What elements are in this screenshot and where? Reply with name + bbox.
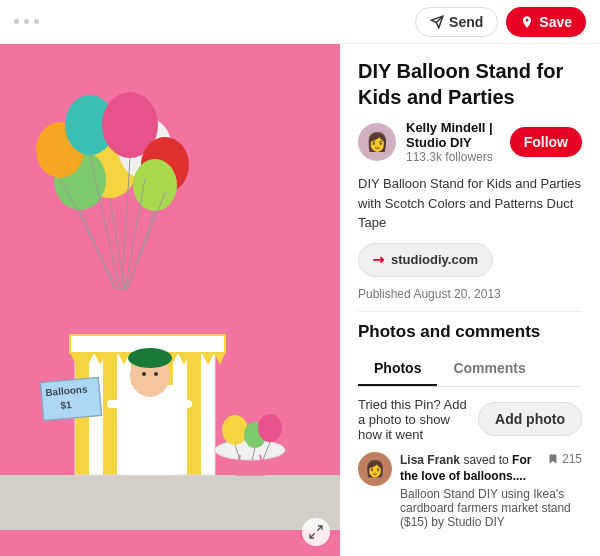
tab-comments[interactable]: Comments: [437, 352, 541, 386]
top-bar: Send Save: [0, 0, 600, 44]
save-label: Save: [539, 14, 572, 30]
scene-svg: Balloons $1: [0, 44, 340, 556]
save-button[interactable]: Save: [506, 7, 586, 37]
tabs-row: Photos Comments: [358, 352, 582, 387]
svg-marker-37: [214, 353, 225, 365]
top-bar-actions: Send Save: [415, 7, 586, 37]
scene: Balloons $1: [0, 44, 340, 556]
svg-rect-46: [107, 400, 125, 408]
author-name[interactable]: Kelly Mindell | Studio DIY: [406, 120, 500, 150]
author-info: Kelly Mindell | Studio DIY 113.3k follow…: [406, 120, 500, 164]
follow-button[interactable]: Follow: [510, 127, 582, 157]
website-link[interactable]: ↗ studiodiy.com: [358, 243, 493, 277]
comment-header: Lisa Frank saved to For the love of ball…: [400, 452, 547, 486]
send-button[interactable]: Send: [415, 7, 498, 37]
author-followers: 113.3k followers: [406, 150, 500, 164]
dot-3: [34, 19, 39, 24]
dot-1: [14, 19, 19, 24]
svg-point-54: [258, 414, 282, 442]
svg-rect-19: [103, 350, 117, 475]
page-container: Send Save: [0, 0, 600, 556]
author-avatar[interactable]: 👩: [358, 123, 396, 161]
pin-icon: [520, 15, 534, 29]
main-content: Balloons $1: [0, 44, 600, 556]
section-title: Photos and comments: [358, 322, 582, 342]
comment-top-line: Lisa Frank saved to For the love of ball…: [400, 452, 582, 486]
comment-body: Lisa Frank saved to For the love of ball…: [400, 452, 582, 530]
svg-point-7: [133, 159, 177, 211]
comment-action: saved to: [463, 453, 512, 467]
add-photo-button[interactable]: Add photo: [478, 402, 582, 436]
expand-icon: [308, 524, 324, 540]
svg-line-15: [127, 211, 155, 290]
expand-button[interactable]: [302, 518, 330, 546]
pin-title: DIY Balloon Stand for Kids and Parties: [358, 58, 582, 110]
svg-point-44: [142, 372, 146, 376]
comment-save-count: 215: [547, 452, 582, 466]
svg-text:$1: $1: [60, 399, 72, 411]
tab-photos[interactable]: Photos: [358, 352, 437, 386]
svg-rect-16: [0, 475, 340, 530]
menu-dots[interactable]: [14, 19, 39, 24]
comment-text: Balloon Stand DIY using Ikea's cardboard…: [400, 487, 582, 529]
website-url: studiodiy.com: [391, 252, 478, 267]
comment-saver[interactable]: Lisa Frank: [400, 453, 460, 467]
svg-rect-41: [122, 385, 177, 475]
add-photo-row: Tried this Pin? Add a photo to show how …: [358, 397, 582, 442]
info-panel: DIY Balloon Stand for Kids and Parties 👩…: [340, 44, 600, 556]
image-panel: Balloons $1: [0, 44, 340, 556]
svg-point-52: [222, 415, 248, 445]
svg-rect-22: [187, 350, 201, 475]
published-date: Published August 20, 2013: [358, 287, 582, 301]
author-avatar-emoji: 👩: [366, 131, 388, 153]
add-photo-prompt: Tried this Pin? Add a photo to show how …: [358, 397, 468, 442]
comment-row: 👩 Lisa Frank saved to For the love of ba…: [358, 452, 582, 530]
send-icon: [430, 15, 444, 29]
svg-point-43: [128, 348, 172, 368]
divider-1: [358, 311, 582, 312]
dot-2: [24, 19, 29, 24]
svg-rect-47: [174, 400, 192, 408]
send-label: Send: [449, 14, 483, 30]
author-row: 👩 Kelly Mindell | Studio DIY 113.3k foll…: [358, 120, 582, 164]
bookmark-icon: [547, 453, 559, 465]
svg-point-45: [154, 372, 158, 376]
comment-avatar[interactable]: 👩: [358, 452, 392, 486]
external-link-icon: ↗: [369, 250, 389, 270]
pin-description: DIY Balloon Stand for Kids and Parties w…: [358, 174, 582, 233]
